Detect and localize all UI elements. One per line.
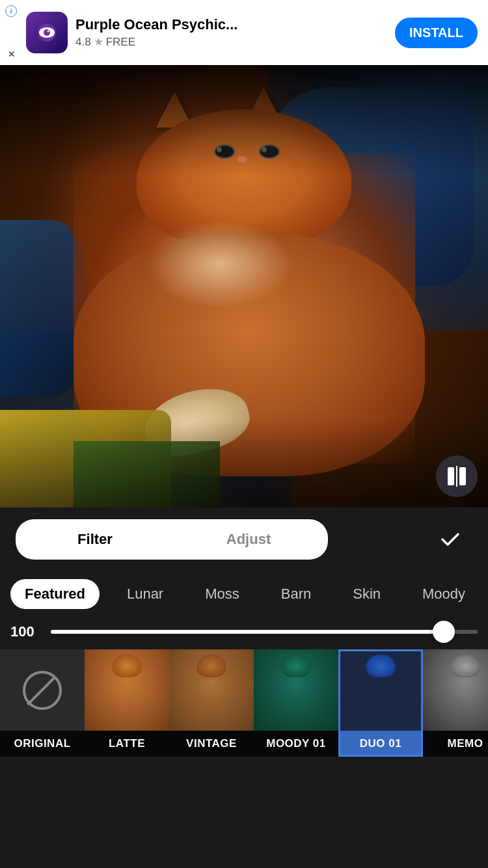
category-tab-moss[interactable]: Moss (191, 579, 254, 609)
filter-thumb-duo01[interactable]: DUO 01 (338, 649, 423, 757)
moody01-bg (254, 649, 338, 731)
photo-highlight (146, 220, 293, 308)
ad-star: ★ (94, 35, 103, 49)
no-filter-icon (23, 671, 62, 710)
filter-label-duo01: DUO 01 (338, 731, 423, 757)
checkmark-icon (439, 528, 462, 551)
ad-banner[interactable]: i ✕ Purple Ocean Psychic... 4.8 ★ FREE I… (0, 0, 488, 65)
photo-shadow-top (0, 65, 488, 176)
moody01-cat-mini (278, 655, 314, 690)
filter-thumb-vintage[interactable]: VINTAGE (169, 649, 254, 757)
filter-strip: ORIGINALLATTEVINTAGEMOODY 01DUO 01MEMO (0, 649, 488, 757)
memo-bg (423, 649, 488, 731)
ad-app-icon (26, 12, 68, 53)
memo-cat-mini (448, 655, 483, 690)
toggle-group: Filter Adjust (16, 519, 328, 560)
category-tab-featured[interactable]: Featured (10, 579, 100, 609)
filter-label-original: ORIGINAL (0, 731, 85, 757)
filter-label-latte: LATTE (85, 731, 169, 757)
adjust-button[interactable]: Adjust (172, 522, 325, 557)
filter-thumb-latte[interactable]: LATTE (85, 649, 169, 757)
compare-icon (448, 466, 466, 487)
ad-info-icon: i (5, 5, 17, 17)
cat-photo (0, 65, 488, 508)
latte-bg (85, 649, 169, 731)
controls-area: Filter Adjust (0, 508, 488, 567)
duo01-bg (338, 649, 423, 731)
slider-row: 100 (0, 614, 488, 649)
latte-cat-mini (109, 655, 145, 690)
filter-adjust-bar: Filter Adjust (16, 519, 472, 560)
ad-text-block: Purple Ocean Psychic... 4.8 ★ FREE (75, 16, 387, 49)
filter-label-vintage: VINTAGE (169, 731, 254, 757)
slider-fill (51, 630, 444, 634)
category-tab-moody[interactable]: Moody (408, 579, 480, 609)
category-tabs: FeaturedLunarMossBarnSkinMoody (0, 567, 488, 614)
filter-thumb-moody01[interactable]: MOODY 01 (254, 649, 338, 757)
filter-label-memo: MEMO (423, 731, 488, 757)
vintage-cat-mini (194, 655, 230, 690)
slider-value: 100 (10, 623, 40, 640)
ad-install-button[interactable]: INSTALL (395, 18, 478, 48)
ad-close-button[interactable]: ✕ (5, 48, 17, 60)
filter-button[interactable]: Filter (18, 522, 172, 557)
category-tab-lunar[interactable]: Lunar (113, 579, 178, 609)
category-tab-skin[interactable]: Skin (338, 579, 395, 609)
confirm-button[interactable] (428, 522, 472, 556)
compare-button[interactable] (436, 455, 478, 497)
category-tab-barn[interactable]: Barn (267, 579, 325, 609)
filter-label-moody01: MOODY 01 (254, 731, 338, 757)
photo-container (0, 65, 488, 508)
vintage-bg (169, 649, 254, 731)
filter-thumb-original[interactable]: ORIGINAL (0, 649, 85, 757)
slider-track[interactable] (51, 630, 478, 634)
filter-thumb-memo[interactable]: MEMO (423, 649, 488, 757)
ad-free-label: FREE (106, 36, 135, 49)
ad-meta: 4.8 ★ FREE (75, 35, 387, 49)
ad-rating: 4.8 (75, 36, 91, 49)
duo01-cat-mini (363, 655, 399, 690)
slider-thumb[interactable] (433, 621, 455, 643)
original-bg (0, 649, 85, 731)
svg-point-2 (44, 29, 50, 36)
svg-point-3 (47, 31, 49, 33)
ad-app-title: Purple Ocean Psychic... (75, 16, 387, 33)
photo-shadow-bottom (0, 419, 488, 508)
